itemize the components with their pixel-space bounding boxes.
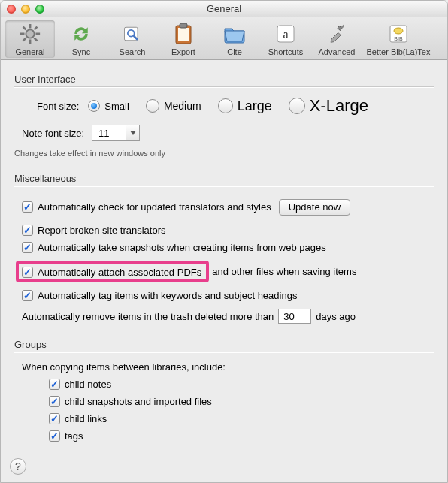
window-title: General: [1, 3, 447, 14]
checkbox-report-broken[interactable]: ✓ Report broken site translators: [22, 225, 434, 236]
checkbox-label: tags: [65, 430, 83, 442]
close-window-button[interactable]: [7, 5, 16, 14]
svg-point-18: [394, 28, 403, 34]
note-font-size-select[interactable]: 11: [92, 125, 140, 141]
note-font-size-label: Note font size:: [22, 128, 84, 139]
svg-rect-13: [178, 28, 189, 41]
checkbox-child-notes[interactable]: ✓ child notes: [49, 379, 434, 390]
search-icon: [120, 22, 144, 46]
svg-line-8: [35, 27, 38, 30]
groups-lead: When copying items between libraries, in…: [22, 361, 226, 373]
svg-text:a: a: [283, 28, 288, 41]
svg-text:BIB: BIB: [394, 36, 403, 41]
section-user-interface: User Interface: [14, 74, 434, 85]
svg-rect-14: [180, 23, 187, 28]
checkbox-auto-tag[interactable]: ✓ Automatically tag items with keywords …: [22, 290, 434, 301]
checkbox-label: child links: [65, 413, 107, 424]
radio-label: Medium: [164, 100, 201, 112]
tab-label: Advanced: [319, 47, 356, 56]
font-size-small[interactable]: Small: [88, 100, 129, 112]
tab-better-bib[interactable]: BIB Better Bib(La)Tex: [363, 20, 434, 58]
tab-general[interactable]: General: [5, 20, 55, 58]
checkbox-child-snapshots[interactable]: ✓ child snapshots and imported files: [49, 396, 434, 407]
svg-line-5: [23, 27, 26, 30]
preferences-toolbar: General Sync Search Export: [1, 17, 447, 60]
select-value: 11: [92, 128, 126, 139]
checkbox-label: child snapshots and imported files: [65, 396, 212, 407]
section-miscellaneous: Miscellaneous: [14, 173, 434, 184]
checkbox-auto-update[interactable]: ✓ Automatically check for updated transl…: [22, 201, 271, 213]
checkbox-label: child notes: [65, 379, 111, 390]
tab-search[interactable]: Search: [107, 20, 157, 58]
folder-icon: [222, 22, 247, 46]
font-size-label: Font size:: [37, 101, 79, 112]
checkbox-snapshots[interactable]: ✓ Automatically take snapshots when crea…: [22, 242, 434, 253]
checkbox-label: Report broken site translators: [38, 225, 166, 236]
checkbox-label: Automatically check for updated translat…: [38, 201, 271, 213]
sync-icon: [69, 22, 93, 46]
tab-label: Export: [171, 47, 195, 56]
tab-label: General: [15, 47, 44, 56]
tab-export[interactable]: Export: [159, 20, 208, 58]
font-size-xlarge[interactable]: X-Large: [289, 96, 368, 116]
zoom-window-button[interactable]: [35, 5, 44, 14]
tab-cite[interactable]: Cite: [210, 20, 259, 58]
update-now-button[interactable]: Update now: [279, 199, 350, 216]
svg-point-0: [26, 29, 34, 38]
tab-label: Better Bib(La)Tex: [367, 47, 431, 56]
tab-shortcuts[interactable]: a Shortcuts: [261, 20, 310, 58]
tab-advanced[interactable]: Advanced: [312, 20, 362, 58]
attach-pdfs-tail: and other files when saving items: [212, 266, 356, 277]
trash-days-input[interactable]: 30: [278, 309, 311, 324]
changes-note: Changes take effect in new windows only: [14, 149, 434, 158]
tab-label: Search: [120, 47, 146, 56]
tab-label: Shortcuts: [268, 47, 303, 56]
trash-label-a: Automatically remove items in the trash …: [22, 311, 274, 322]
bib-icon: BIB: [386, 22, 410, 46]
radio-label: X-Large: [310, 96, 368, 116]
checkbox-label: Automatically attach associated PDFs: [38, 267, 201, 278]
section-groups: Groups: [14, 339, 434, 350]
highlight-attach-pdfs: ✓ Automatically attach associated PDFs: [16, 261, 209, 282]
clipboard-icon: [171, 22, 195, 46]
checkbox-attach-pdfs[interactable]: ✓ Automatically attach associated PDFs: [22, 267, 201, 278]
font-size-medium[interactable]: Medium: [146, 99, 201, 113]
tools-icon: [325, 22, 349, 46]
letter-a-icon: a: [274, 22, 298, 46]
checkbox-child-links[interactable]: ✓ child links: [49, 413, 434, 424]
help-button[interactable]: ?: [10, 458, 26, 475]
svg-line-7: [23, 38, 26, 41]
radio-label: Small: [104, 101, 129, 112]
titlebar: General: [1, 1, 447, 17]
font-size-large[interactable]: Large: [218, 98, 272, 114]
tab-label: Sync: [72, 47, 90, 56]
checkbox-label: Automatically tag items with keywords an…: [38, 290, 297, 301]
trash-label-b: days ago: [316, 311, 356, 322]
svg-line-6: [35, 38, 38, 41]
checkbox-label: Automatically take snapshots when creati…: [38, 242, 326, 253]
radio-label: Large: [238, 98, 272, 114]
tab-sync[interactable]: Sync: [56, 20, 106, 58]
gear-icon: [18, 22, 42, 46]
chevron-down-icon: [126, 125, 139, 140]
minimize-window-button[interactable]: [21, 5, 30, 14]
checkbox-tags[interactable]: ✓ tags: [49, 430, 434, 442]
tab-label: Cite: [227, 47, 242, 56]
